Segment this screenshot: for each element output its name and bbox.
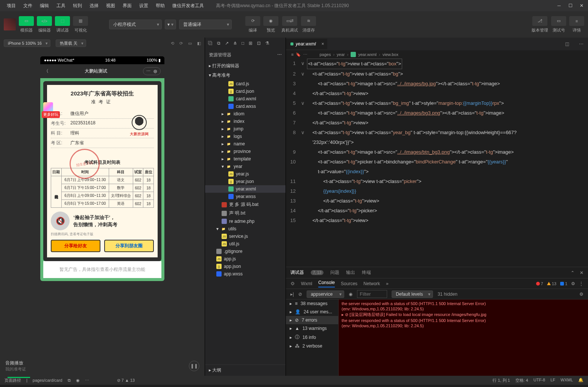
code-line[interactable]: 5∨ <t-at">class="t-tg">view t-at">class=… xyxy=(286,98,588,108)
log-line[interactable]: ▸ ⊘ [渲染层网络层错误] Failed to load local imag… xyxy=(342,311,585,318)
cube-icon[interactable] xyxy=(43,102,53,112)
more-games-badge[interactable]: 更多好玩 xyxy=(42,111,60,118)
file-year.json[interactable]: {}year.json xyxy=(205,178,286,185)
status-more-icon[interactable]: ⋯ xyxy=(85,378,89,383)
bookmark-icon[interactable]: 🔖 xyxy=(296,52,301,57)
screenshot-icon[interactable]: ▭ xyxy=(188,41,192,46)
log-line[interactable]: (env: Windows,mp,1.05.2110290; lib: 2.24… xyxy=(342,306,585,311)
console-subtab[interactable]: Console xyxy=(318,280,335,287)
page-select[interactable]: ▾ xyxy=(165,20,176,29)
menu-file[interactable]: 文件 xyxy=(20,1,35,11)
code-line[interactable]: 9 <t-at">class="t-tg">image t-at">src=".… xyxy=(286,147,588,157)
more-subtabs-icon[interactable]: » xyxy=(386,281,389,286)
terminal-tab[interactable]: 终端 xyxy=(362,269,371,276)
wxml-subtab[interactable]: Wxml xyxy=(301,281,312,286)
file-template[interactable]: ▸📁template xyxy=(205,155,286,163)
log-line[interactable]: (env: Windows,mp,1.05.2110290; lib: 2.24… xyxy=(342,323,585,328)
code-line[interactable]: '232px':'400rpx'}}"> xyxy=(286,138,588,147)
levels-select[interactable]: Default levels xyxy=(392,290,433,298)
tool-gear-icon[interactable]: ⚙ xyxy=(579,292,583,297)
detail-button[interactable]: ≡ xyxy=(569,16,584,26)
code-line[interactable]: 10 <t-at">class="t-tg">picker t-at">bind… xyxy=(286,157,588,167)
network-subtab[interactable]: Network xyxy=(363,281,380,286)
scope-select[interactable]: appservice xyxy=(307,290,344,298)
toggle-sidebar-icon[interactable]: ▸| xyxy=(290,292,294,297)
simulator-toggle[interactable]: ▭ xyxy=(19,16,34,26)
code-line[interactable]: 13 </t-at">class="t-tg">view> xyxy=(286,196,588,206)
sources-subtab[interactable]: Sources xyxy=(341,281,357,286)
preview-button[interactable]: ◉ xyxy=(263,16,278,26)
editor-toggle[interactable]: </> xyxy=(37,16,52,26)
console-filter-24 user mes...[interactable]: ▸👤24 user mes... xyxy=(286,308,338,316)
file-utils[interactable]: ▾📁utils xyxy=(205,225,286,233)
eye-icon[interactable]: ◉ xyxy=(349,292,352,297)
refresh-icon[interactable]: ⟳ xyxy=(179,41,183,46)
collapse-icon[interactable]: ⌃ xyxy=(571,270,574,275)
rotate-icon[interactable]: ⟲ xyxy=(171,41,174,46)
file-card.wxml[interactable]: card.wxml xyxy=(205,95,286,103)
code-line[interactable]: t-at">value="{{index}}"> xyxy=(286,167,588,177)
eye-status-icon[interactable]: ◉ xyxy=(76,378,80,383)
file-idiom[interactable]: ▸📁idiom xyxy=(205,110,286,118)
copy-path-icon[interactable]: ⧉ xyxy=(68,378,71,383)
test-account-button[interactable]: ▭ xyxy=(551,16,566,26)
share-moments-button[interactable]: 分享到朋友圈 xyxy=(104,240,154,252)
code-editor[interactable]: 1∨<t-at">class="t-tg">view t-at">class="… xyxy=(286,59,588,267)
menu-ui[interactable]: 界面 xyxy=(120,1,135,11)
output-tab[interactable]: 输出 xyxy=(346,269,355,276)
file-year.wxml[interactable]: year.wxml xyxy=(205,185,286,193)
indent-status[interactable]: 空格: 4 xyxy=(515,378,528,383)
menu-tools[interactable]: 工具 xyxy=(53,1,68,11)
file-logs[interactable]: ▸📁logs xyxy=(205,133,286,140)
device-select[interactable]: iPhone 5 100% 16 xyxy=(4,39,50,47)
git-tab-icon[interactable]: ↗ xyxy=(225,41,229,46)
menu-goto[interactable]: 转到 xyxy=(70,1,85,11)
menu-edit[interactable]: 编辑 xyxy=(37,1,52,11)
settings-gear-icon[interactable]: ⚙ xyxy=(571,281,575,286)
hidden-count[interactable]: 31 hidden xyxy=(438,292,457,297)
remote-debug-button[interactable]: ▭⇄ xyxy=(282,16,297,26)
code-line[interactable]: 15 </t-at">class="t-tg">view> xyxy=(286,216,588,225)
branch-tab-icon[interactable]: ⋔ xyxy=(233,41,237,46)
problems-tab[interactable]: 问题 xyxy=(330,269,339,276)
log-line[interactable]: the server responded with a status of 50… xyxy=(342,301,585,306)
console-filter-7 errors[interactable]: ▸⊘7 errors xyxy=(286,316,338,324)
file-year.wxss[interactable]: year.wxss xyxy=(205,193,286,200)
file-.gitignore[interactable]: .gitignore xyxy=(205,248,286,255)
split-editor-icon[interactable]: ◫ xyxy=(561,41,574,47)
file-声 明.txt[interactable]: 声 明.txt xyxy=(205,209,286,218)
phone-simulator[interactable]: ●●●●● WeChat⁴ 16:48 100% ▮ 〈 大鹏站测试 ⋯◎ 更多… xyxy=(40,56,164,281)
eol-status[interactable]: LF xyxy=(550,378,555,383)
bell-icon[interactable]: 🔔 xyxy=(578,378,583,383)
file-index[interactable]: ▸📁index xyxy=(205,118,286,125)
file-更 多 源 码.bat[interactable]: 更 多 源 码.bat xyxy=(205,200,286,209)
open-editors-section[interactable]: ▸ 打开的编辑器 xyxy=(205,61,286,71)
code-line[interactable]: 6 <t-at">class="t-tg">image t-at">src=".… xyxy=(286,108,588,118)
code-line[interactable]: 3 <t-at">class="t-tg">image t-at">src=".… xyxy=(286,79,588,89)
file-province[interactable]: ▸📁province xyxy=(205,148,286,155)
mute-icon[interactable]: 🔇 xyxy=(51,212,70,230)
explorer-tab-icon[interactable]: ⿻ xyxy=(208,41,213,46)
tab-close-icon[interactable]: × xyxy=(322,41,324,47)
file-service.js[interactable]: JSservice.js xyxy=(205,233,286,240)
search-tab-icon[interactable]: ⧉ xyxy=(217,41,220,46)
compile-mode-select[interactable]: 小程序模式 xyxy=(109,20,162,29)
ext4-tab-icon[interactable]: ⚗ xyxy=(265,41,269,46)
code-line[interactable]: 2∨ <t-at">class="t-tg">view t-at">class=… xyxy=(286,69,588,79)
file-year[interactable]: ▾📁year xyxy=(205,163,286,170)
cursor-position[interactable]: 行 1, 列 1 xyxy=(492,378,510,383)
log-line[interactable]: the server responded with a status of 50… xyxy=(342,318,585,323)
close-panel-icon[interactable]: ✕ xyxy=(580,270,583,275)
code-line[interactable]: 8∨ <t-at">class="t-tg">view t-at">class=… xyxy=(286,128,588,138)
maximize-icon[interactable]: ☐ xyxy=(568,3,573,8)
file-year.js[interactable]: JSyear.js xyxy=(205,170,286,178)
console-filter-38 messages[interactable]: ▸≡38 messages xyxy=(286,299,338,308)
explorer-more-icon[interactable]: ⋯ xyxy=(277,52,282,58)
clear-console-icon[interactable]: ⊘ xyxy=(298,292,302,297)
gutter-menu-icon[interactable]: ≡ xyxy=(291,52,293,57)
file-card.json[interactable]: {}card.json xyxy=(205,88,286,95)
crumb-symbol[interactable]: view.box xyxy=(383,52,398,57)
breadcrumb[interactable]: ≡ 🔖 ⋯ pages› year› year.wxml› view.box xyxy=(286,50,588,59)
page-path[interactable]: pages/card/card xyxy=(33,378,62,382)
menu-select[interactable]: 选择 xyxy=(87,1,102,11)
